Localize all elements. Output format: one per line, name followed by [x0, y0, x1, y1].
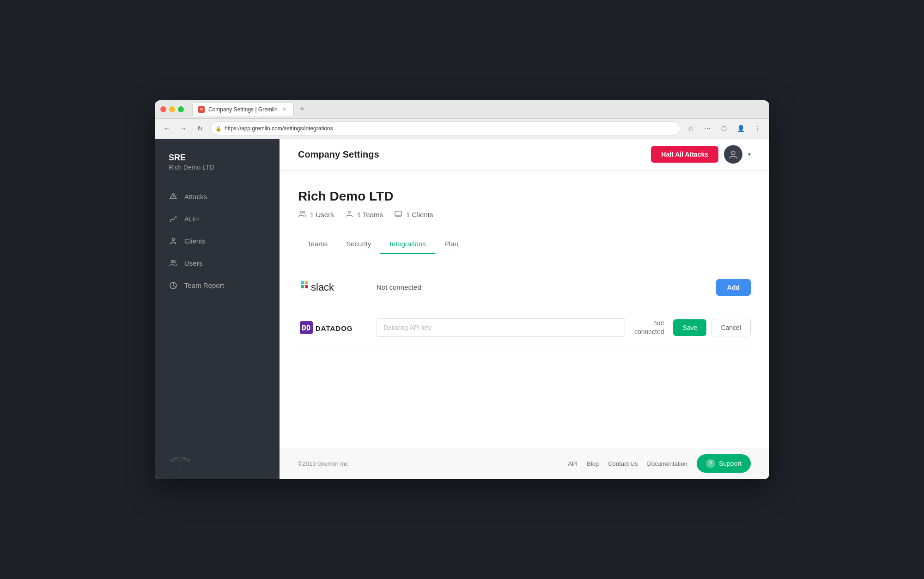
page-title: Company Settings — [298, 149, 379, 160]
footer-link-contact[interactable]: Contact Us — [608, 460, 638, 467]
svg-point-11 — [300, 211, 303, 213]
minimize-traffic-light[interactable] — [169, 106, 175, 112]
sidebar-item-team-report[interactable]: Team Report — [155, 274, 280, 297]
datadog-actions: Save Cancel — [673, 319, 751, 336]
svg-point-8 — [175, 457, 177, 459]
sidebar-item-label-attacks: Attacks — [184, 193, 207, 201]
sidebar-item-label-users: Users — [184, 259, 202, 267]
tab-close-button[interactable]: × — [281, 106, 288, 113]
datadog-integration-row: DD DATADOG Not connected Save C — [298, 307, 751, 348]
svg-text:DATADOG: DATADOG — [316, 324, 353, 332]
tab-security[interactable]: Security — [337, 234, 380, 254]
halt-attacks-button[interactable]: Halt All Attacks — [651, 146, 718, 163]
address-bar[interactable]: 🔒 https://app.gremlin.com/settings/integ… — [210, 122, 681, 135]
datadog-not-connected-text: Not connected — [634, 319, 664, 335]
svg-point-6 — [174, 261, 176, 262]
extensions-button[interactable]: ⋯ — [701, 122, 714, 135]
svg-rect-16 — [301, 285, 304, 288]
cast-button[interactable]: ⬡ — [717, 122, 730, 135]
slack-logo: slack — [298, 278, 358, 297]
tab-favicon: G — [198, 106, 205, 113]
svg-point-4 — [172, 238, 175, 240]
teams-stat: 1 Teams — [345, 210, 383, 219]
users-icon — [169, 259, 178, 268]
slack-status: Not connected — [367, 283, 707, 291]
forward-button[interactable]: → — [177, 122, 190, 135]
close-traffic-light[interactable] — [160, 106, 166, 112]
tab-teams[interactable]: Teams — [298, 234, 337, 254]
tab-title: Company Settings | Gremlin — [208, 106, 278, 113]
browser-toolbar: ← → ↻ 🔒 https://app.gremlin.com/settings… — [155, 119, 769, 139]
slack-actions: Add — [716, 279, 751, 296]
datadog-save-button[interactable]: Save — [673, 319, 706, 336]
user-avatar[interactable] — [724, 145, 742, 164]
support-icon: ? — [706, 459, 715, 468]
chevron-down-icon[interactable]: ▾ — [748, 151, 751, 158]
back-button[interactable]: ← — [160, 122, 173, 135]
team-report-icon — [169, 281, 178, 290]
svg-point-12 — [303, 211, 305, 213]
svg-point-10 — [731, 151, 735, 155]
slack-integration-row: slack Not connected Add — [298, 268, 751, 307]
fullscreen-traffic-light[interactable] — [178, 106, 184, 112]
company-stats: 1 Users 1 Teams — [298, 210, 751, 219]
svg-rect-14 — [395, 211, 401, 216]
attacks-icon — [169, 192, 178, 201]
svg-rect-17 — [305, 281, 308, 284]
datadog-cancel-button[interactable]: Cancel — [711, 319, 751, 336]
clients-stat-icon — [394, 210, 402, 219]
footer-link-api[interactable]: API — [568, 460, 578, 467]
sidebar: SRE Rich Demo LTD Attacks — [155, 139, 280, 479]
refresh-button[interactable]: ↻ — [194, 122, 207, 135]
profile-button[interactable]: 👤 — [734, 122, 747, 135]
svg-point-13 — [348, 211, 350, 213]
slack-add-button[interactable]: Add — [716, 279, 751, 296]
gremlin-logo — [169, 452, 192, 468]
sidebar-item-clients[interactable]: Clients — [155, 230, 280, 252]
tab-integrations[interactable]: Integrations — [380, 234, 435, 254]
header-right: Halt All Attacks ▾ — [651, 145, 751, 164]
footer-link-blog[interactable]: Blog — [587, 460, 599, 467]
datadog-logo-svg: DD DATADOG — [298, 317, 358, 338]
tab-plan[interactable]: Plan — [435, 234, 468, 254]
support-button[interactable]: ? Support — [697, 454, 751, 473]
clients-count: 1 Clients — [406, 211, 433, 219]
datadog-logo: DD DATADOG — [298, 317, 358, 338]
sidebar-item-alfi[interactable]: ALFI — [155, 208, 280, 230]
bookmark-button[interactable]: ☆ — [684, 122, 697, 135]
active-tab[interactable]: G Company Settings | Gremlin × — [192, 102, 294, 116]
team-name: Rich Demo LTD — [169, 164, 266, 171]
svg-point-9 — [183, 457, 186, 459]
teams-stat-icon — [345, 210, 353, 219]
traffic-lights — [160, 106, 184, 112]
svg-text:DD: DD — [302, 323, 310, 332]
footer-copyright: ©2019 Gremlin Inc — [298, 460, 348, 467]
page-footer: ©2019 Gremlin Inc API Blog Contact Us Do… — [280, 448, 769, 479]
svg-point-5 — [171, 260, 174, 262]
clients-icon — [169, 237, 178, 246]
sidebar-item-label-alfi: ALFI — [184, 215, 199, 223]
users-stat-icon — [298, 210, 306, 219]
sidebar-item-attacks[interactable]: Attacks — [155, 186, 280, 208]
sidebar-item-label-team-report: Team Report — [184, 281, 224, 289]
desktop-background: G Company Settings | Gremlin × + ← → ↻ 🔒… — [0, 0, 924, 579]
slack-logo-svg: slack — [298, 278, 358, 297]
lock-icon: 🔒 — [215, 126, 222, 132]
new-tab-button[interactable]: + — [296, 103, 309, 116]
url-text: https://app.gremlin.com/settings/integra… — [225, 125, 333, 132]
footer-link-docs[interactable]: Documentation — [647, 460, 687, 467]
content-area: Rich Demo LTD 1 Users — [280, 171, 769, 448]
datadog-api-key-input[interactable] — [377, 318, 625, 337]
sidebar-item-users[interactable]: Users — [155, 252, 280, 274]
sidebar-item-label-clients: Clients — [184, 237, 206, 245]
alfi-icon — [169, 214, 178, 224]
browser-titlebar: G Company Settings | Gremlin × + — [155, 100, 769, 119]
tab-bar: G Company Settings | Gremlin × + — [192, 102, 309, 116]
users-stat: 1 Users — [298, 210, 334, 219]
support-label: Support — [719, 460, 742, 467]
menu-button[interactable]: ⋮ — [751, 122, 764, 135]
main-content: Company Settings Halt All Attacks ▾ — [280, 139, 769, 479]
org-name: SRE — [169, 153, 266, 163]
sidebar-footer — [155, 443, 280, 479]
teams-count: 1 Teams — [357, 211, 383, 219]
